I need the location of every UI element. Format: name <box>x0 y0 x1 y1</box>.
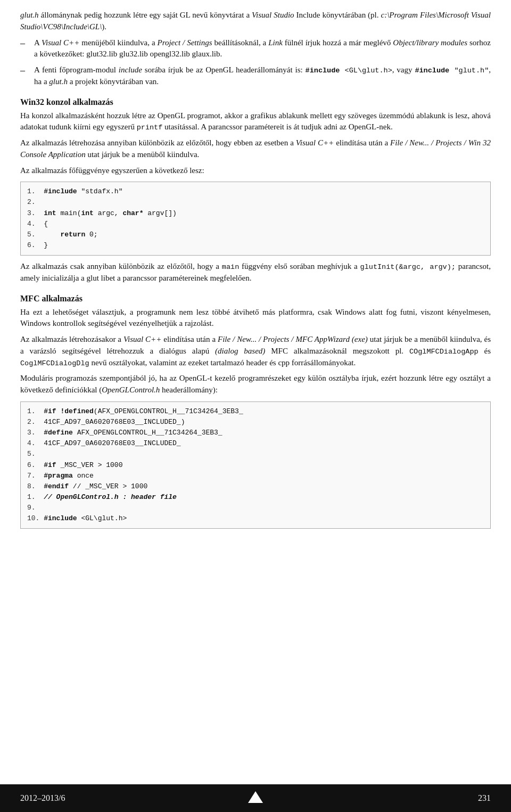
bullet-item-2: – A fenti főprogram-modul include sorába… <box>20 64 491 88</box>
footer-left: 2012–2013/6 <box>20 793 65 803</box>
bullet-dash-1: – <box>20 37 32 50</box>
paragraph-1: glut.h állománynak pedig hozzunk létre e… <box>20 10 491 33</box>
bullet-item-1: – A Visual C++ menüjéből kiindulva, a Pr… <box>20 37 491 61</box>
win32-para-2: Az alkalmazás létrehozása annyiban külön… <box>20 137 491 161</box>
win32-para-1: Ha konzol alkalmazásként hozzuk létre az… <box>20 110 491 134</box>
mfc-para-1: Ha ezt a lehetőséget választjuk, a progr… <box>20 307 491 330</box>
mfc-para-2: Az alkalmazás létrehozásakor a Visual C+… <box>20 334 491 368</box>
win32-para-3: Az alkalmazás főfüggvénye egyszerűen a k… <box>20 165 491 177</box>
footer-right: 231 <box>478 793 491 803</box>
code-block-2: 1. #if !defined(AFX_OPENGLCONTROL_H__71C… <box>20 401 491 529</box>
code-block-1: 1. #include "stdafx.h" 2. 3. int main(in… <box>20 182 491 256</box>
section-heading-mfc: MFC alkalmazás <box>20 294 491 304</box>
footer-bar: 2012–2013/6 231 <box>0 784 511 812</box>
page-content: glut.h állománynak pedig hozzunk létre e… <box>0 0 511 566</box>
footer-center-triangle <box>248 791 263 805</box>
win32-after-code: Az alkalmazás csak annyiban különbözik a… <box>20 261 491 284</box>
mfc-para-3: Moduláris programozás szempontjából jó, … <box>20 373 491 396</box>
bullet-content-2: A fenti főprogram-modul include sorába í… <box>34 64 491 88</box>
triangle-icon <box>248 791 263 803</box>
bullet-dash-2: – <box>20 64 32 77</box>
bullet-content-1: A Visual C++ menüjéből kiindulva, a Proj… <box>34 37 491 61</box>
section-heading-win32: Win32 konzol alkalmazás <box>20 97 491 107</box>
